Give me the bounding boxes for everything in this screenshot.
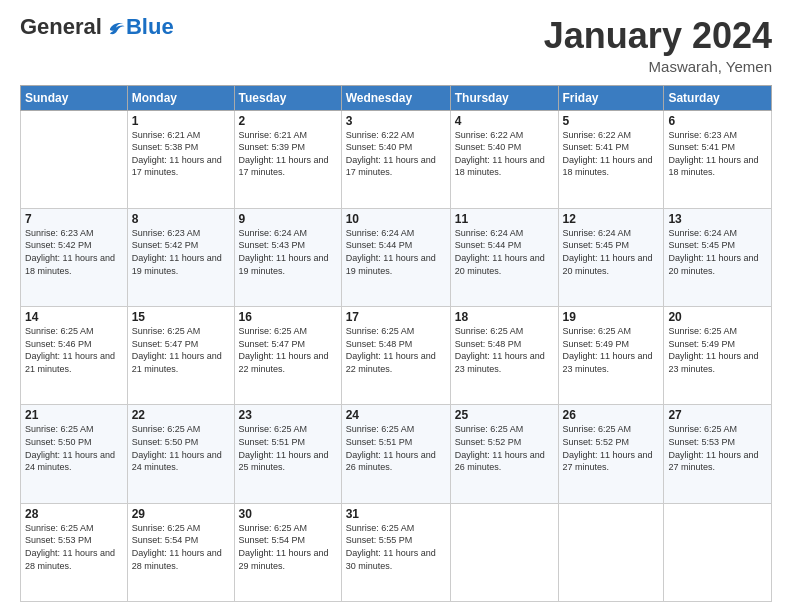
day-info: Sunrise: 6:24 AMSunset: 5:45 PMDaylight:… xyxy=(563,227,660,277)
day-info: Sunrise: 6:25 AMSunset: 5:55 PMDaylight:… xyxy=(346,522,446,572)
day-cell: 27Sunrise: 6:25 AMSunset: 5:53 PMDayligh… xyxy=(664,405,772,503)
title-block: January 2024 Maswarah, Yemen xyxy=(544,16,772,75)
header-thursday: Thursday xyxy=(450,85,558,110)
day-number: 8 xyxy=(132,212,230,226)
day-info: Sunrise: 6:25 AMSunset: 5:49 PMDaylight:… xyxy=(668,325,767,375)
logo-bird-icon xyxy=(104,16,126,38)
week-row-4: 28Sunrise: 6:25 AMSunset: 5:53 PMDayligh… xyxy=(21,503,772,601)
day-info: Sunrise: 6:25 AMSunset: 5:50 PMDaylight:… xyxy=(132,423,230,473)
day-info: Sunrise: 6:24 AMSunset: 5:45 PMDaylight:… xyxy=(668,227,767,277)
day-cell: 14Sunrise: 6:25 AMSunset: 5:46 PMDayligh… xyxy=(21,307,128,405)
day-cell xyxy=(450,503,558,601)
day-info: Sunrise: 6:25 AMSunset: 5:51 PMDaylight:… xyxy=(346,423,446,473)
day-info: Sunrise: 6:25 AMSunset: 5:51 PMDaylight:… xyxy=(239,423,337,473)
header-monday: Monday xyxy=(127,85,234,110)
day-info: Sunrise: 6:25 AMSunset: 5:46 PMDaylight:… xyxy=(25,325,123,375)
day-number: 24 xyxy=(346,408,446,422)
day-info: Sunrise: 6:24 AMSunset: 5:43 PMDaylight:… xyxy=(239,227,337,277)
week-row-0: 1Sunrise: 6:21 AMSunset: 5:38 PMDaylight… xyxy=(21,110,772,208)
day-number: 7 xyxy=(25,212,123,226)
day-info: Sunrise: 6:25 AMSunset: 5:49 PMDaylight:… xyxy=(563,325,660,375)
day-info: Sunrise: 6:25 AMSunset: 5:48 PMDaylight:… xyxy=(346,325,446,375)
day-number: 16 xyxy=(239,310,337,324)
day-number: 11 xyxy=(455,212,554,226)
week-row-3: 21Sunrise: 6:25 AMSunset: 5:50 PMDayligh… xyxy=(21,405,772,503)
day-cell: 25Sunrise: 6:25 AMSunset: 5:52 PMDayligh… xyxy=(450,405,558,503)
day-cell xyxy=(21,110,128,208)
day-cell: 22Sunrise: 6:25 AMSunset: 5:50 PMDayligh… xyxy=(127,405,234,503)
day-info: Sunrise: 6:23 AMSunset: 5:41 PMDaylight:… xyxy=(668,129,767,179)
header-friday: Friday xyxy=(558,85,664,110)
day-number: 28 xyxy=(25,507,123,521)
day-cell xyxy=(558,503,664,601)
day-number: 25 xyxy=(455,408,554,422)
day-cell: 24Sunrise: 6:25 AMSunset: 5:51 PMDayligh… xyxy=(341,405,450,503)
day-number: 3 xyxy=(346,114,446,128)
calendar-table: Sunday Monday Tuesday Wednesday Thursday… xyxy=(20,85,772,602)
day-cell: 4Sunrise: 6:22 AMSunset: 5:40 PMDaylight… xyxy=(450,110,558,208)
day-info: Sunrise: 6:25 AMSunset: 5:48 PMDaylight:… xyxy=(455,325,554,375)
day-info: Sunrise: 6:25 AMSunset: 5:52 PMDaylight:… xyxy=(455,423,554,473)
day-number: 6 xyxy=(668,114,767,128)
day-cell: 10Sunrise: 6:24 AMSunset: 5:44 PMDayligh… xyxy=(341,208,450,306)
day-number: 22 xyxy=(132,408,230,422)
day-cell: 31Sunrise: 6:25 AMSunset: 5:55 PMDayligh… xyxy=(341,503,450,601)
day-info: Sunrise: 6:21 AMSunset: 5:38 PMDaylight:… xyxy=(132,129,230,179)
logo-general: General xyxy=(20,16,102,38)
day-cell: 19Sunrise: 6:25 AMSunset: 5:49 PMDayligh… xyxy=(558,307,664,405)
day-number: 1 xyxy=(132,114,230,128)
day-number: 19 xyxy=(563,310,660,324)
day-number: 26 xyxy=(563,408,660,422)
week-row-1: 7Sunrise: 6:23 AMSunset: 5:42 PMDaylight… xyxy=(21,208,772,306)
day-info: Sunrise: 6:23 AMSunset: 5:42 PMDaylight:… xyxy=(132,227,230,277)
day-number: 21 xyxy=(25,408,123,422)
day-info: Sunrise: 6:23 AMSunset: 5:42 PMDaylight:… xyxy=(25,227,123,277)
day-cell: 1Sunrise: 6:21 AMSunset: 5:38 PMDaylight… xyxy=(127,110,234,208)
day-info: Sunrise: 6:25 AMSunset: 5:54 PMDaylight:… xyxy=(132,522,230,572)
day-number: 15 xyxy=(132,310,230,324)
day-cell: 23Sunrise: 6:25 AMSunset: 5:51 PMDayligh… xyxy=(234,405,341,503)
day-cell: 13Sunrise: 6:24 AMSunset: 5:45 PMDayligh… xyxy=(664,208,772,306)
day-info: Sunrise: 6:25 AMSunset: 5:50 PMDaylight:… xyxy=(25,423,123,473)
calendar-page: General Blue January 2024 Maswarah, Yeme… xyxy=(0,0,792,612)
month-title: January 2024 xyxy=(544,16,772,56)
day-number: 4 xyxy=(455,114,554,128)
day-number: 29 xyxy=(132,507,230,521)
day-number: 14 xyxy=(25,310,123,324)
header-tuesday: Tuesday xyxy=(234,85,341,110)
day-info: Sunrise: 6:25 AMSunset: 5:53 PMDaylight:… xyxy=(25,522,123,572)
header-wednesday: Wednesday xyxy=(341,85,450,110)
logo-text: General Blue xyxy=(20,16,174,38)
location: Maswarah, Yemen xyxy=(544,58,772,75)
day-cell: 6Sunrise: 6:23 AMSunset: 5:41 PMDaylight… xyxy=(664,110,772,208)
day-cell: 9Sunrise: 6:24 AMSunset: 5:43 PMDaylight… xyxy=(234,208,341,306)
day-cell: 3Sunrise: 6:22 AMSunset: 5:40 PMDaylight… xyxy=(341,110,450,208)
header-saturday: Saturday xyxy=(664,85,772,110)
day-cell: 2Sunrise: 6:21 AMSunset: 5:39 PMDaylight… xyxy=(234,110,341,208)
day-info: Sunrise: 6:25 AMSunset: 5:52 PMDaylight:… xyxy=(563,423,660,473)
day-number: 18 xyxy=(455,310,554,324)
day-cell: 17Sunrise: 6:25 AMSunset: 5:48 PMDayligh… xyxy=(341,307,450,405)
day-cell: 12Sunrise: 6:24 AMSunset: 5:45 PMDayligh… xyxy=(558,208,664,306)
day-number: 12 xyxy=(563,212,660,226)
page-header: General Blue January 2024 Maswarah, Yeme… xyxy=(20,16,772,75)
day-info: Sunrise: 6:25 AMSunset: 5:53 PMDaylight:… xyxy=(668,423,767,473)
day-number: 27 xyxy=(668,408,767,422)
day-cell: 26Sunrise: 6:25 AMSunset: 5:52 PMDayligh… xyxy=(558,405,664,503)
day-cell: 18Sunrise: 6:25 AMSunset: 5:48 PMDayligh… xyxy=(450,307,558,405)
day-number: 31 xyxy=(346,507,446,521)
day-cell: 30Sunrise: 6:25 AMSunset: 5:54 PMDayligh… xyxy=(234,503,341,601)
day-number: 2 xyxy=(239,114,337,128)
day-info: Sunrise: 6:22 AMSunset: 5:40 PMDaylight:… xyxy=(455,129,554,179)
day-cell: 7Sunrise: 6:23 AMSunset: 5:42 PMDaylight… xyxy=(21,208,128,306)
day-info: Sunrise: 6:22 AMSunset: 5:41 PMDaylight:… xyxy=(563,129,660,179)
day-info: Sunrise: 6:25 AMSunset: 5:47 PMDaylight:… xyxy=(132,325,230,375)
day-info: Sunrise: 6:24 AMSunset: 5:44 PMDaylight:… xyxy=(455,227,554,277)
day-cell: 15Sunrise: 6:25 AMSunset: 5:47 PMDayligh… xyxy=(127,307,234,405)
day-cell: 21Sunrise: 6:25 AMSunset: 5:50 PMDayligh… xyxy=(21,405,128,503)
day-cell: 5Sunrise: 6:22 AMSunset: 5:41 PMDaylight… xyxy=(558,110,664,208)
day-cell: 20Sunrise: 6:25 AMSunset: 5:49 PMDayligh… xyxy=(664,307,772,405)
day-number: 13 xyxy=(668,212,767,226)
day-cell: 16Sunrise: 6:25 AMSunset: 5:47 PMDayligh… xyxy=(234,307,341,405)
day-number: 10 xyxy=(346,212,446,226)
